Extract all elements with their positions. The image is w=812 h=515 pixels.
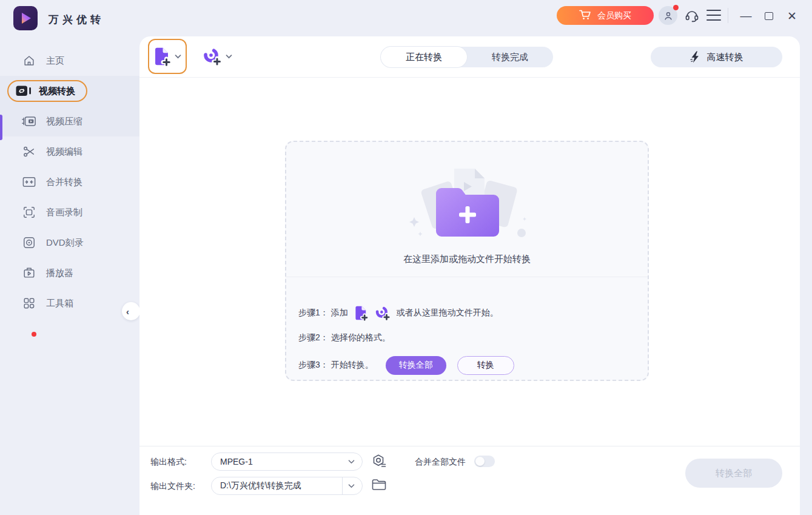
sidebar-item-dvd-burn[interactable]: DVD刻录 [0,227,139,258]
chevron-down-icon [226,55,232,59]
dropzone-divider [286,277,648,277]
step1-row: 步骤1： 添加 或者从这里拖动文件开始。 [298,301,498,325]
sidebar-item-label: 主页 [46,55,64,67]
sidebar-item-video-compress[interactable]: 视频压缩 [0,106,139,136]
minimize-button[interactable]: — [737,7,754,24]
step2-row: 步骤2： 选择你的格式。 [298,332,391,343]
video-convert-icon [16,85,32,97]
sidebar-item-label: 音画录制 [46,207,82,218]
scissors-icon [22,145,36,158]
output-folder-select[interactable]: D:\万兴优转\转换完成 [211,477,363,495]
app-logo-icon [13,6,38,30]
player-tv-icon [22,266,36,280]
sidebar-item-toolbox[interactable]: 工具箱 [0,288,139,318]
cart-icon [579,10,591,22]
notification-dot [673,5,679,10]
add-file-icon [153,46,172,67]
output-format-value: MPEG-1 [220,457,348,466]
convert-status-tabs: 正在转换 转换完成 [381,47,553,67]
add-dvd-icon[interactable] [375,305,391,321]
buy-membership-button[interactable]: 会员购买 [557,6,654,25]
add-file-icon[interactable] [354,305,369,321]
titlebar-separator [728,8,728,23]
buy-membership-label: 会员购买 [597,10,631,21]
tab-finished[interactable]: 转换完成 [467,47,553,67]
output-format-select[interactable]: MPEG-1 [211,453,363,471]
sidebar-item-label: 合并转换 [46,177,82,188]
active-indicator-bar [0,115,2,140]
sidebar-collapse-handle[interactable]: ‹ [122,302,140,320]
step3-text: 步骤3： 开始转换。 [298,360,374,371]
output-format-label: 输出格式: [150,457,187,468]
chevron-down-icon [175,55,181,59]
sidebar-item-label: 视频转换 [39,86,75,97]
convert-all-button[interactable]: 转换全部 [386,356,446,375]
sidebar-item-video-edit[interactable]: 视频编辑 [0,136,139,167]
convert-all-button-disabled[interactable]: 转换全部 [685,459,782,488]
sidebar-item-home[interactable]: 主页 [0,45,139,76]
close-button[interactable]: ✕ [783,7,800,24]
step1-suffix: 或者从这里拖动文件开始。 [397,308,498,318]
output-folder-value: D:\万兴优转\转换完成 [220,480,340,491]
add-dvd-icon [203,47,222,66]
screen-record-icon [22,206,36,219]
step3-row: 步骤3： 开始转换。 转换全部 转换 [298,355,514,375]
dropzone-hint-text: 在这里添加或拖动文件开始转换 [286,254,648,265]
output-settings-bar: 输出格式: MPEG-1 合并全部文件 输出文件夹: D:\万兴优转\转换完成 [139,446,800,515]
video-compress-icon [22,115,36,127]
collapse-chevron-icon: ‹ [126,306,129,317]
open-folder-icon[interactable] [371,477,387,494]
sidebar-item-label: DVD刻录 [46,237,84,249]
chevron-down-icon [348,460,355,464]
sidebar-item-label: 视频编辑 [46,146,82,158]
lightning-icon [690,51,700,63]
toggle-knob [475,457,485,466]
convert-button[interactable]: 转换 [457,356,514,375]
file-dropzone[interactable]: 在这里添加或拖动文件开始转换 步骤1： 添加 或者 [285,141,649,381]
output-folder-label: 输出文件夹: [150,481,195,492]
tab-converting[interactable]: 正在转换 [381,47,467,67]
toolbox-badge-dot [32,332,36,337]
titlebar: 万兴优转 会员购买 — ✕ [0,0,812,36]
format-settings-gear-icon[interactable] [371,453,388,472]
sidebar-item-label: 工具箱 [46,298,73,309]
home-icon [22,54,36,67]
sidebar-item-player[interactable]: 播放器 [0,258,139,288]
chevron-down-icon [348,484,355,488]
sidebar-item-merge-convert[interactable]: 合并转换 [0,167,139,197]
add-dvd-button[interactable] [196,41,238,72]
maximize-button[interactable] [760,7,777,24]
fast-convert-button[interactable]: 高速转换 [651,47,782,67]
support-headset-icon[interactable] [684,8,700,26]
fast-convert-label: 高速转换 [707,52,743,63]
sidebar-item-label: 视频压缩 [46,116,82,127]
hamburger-menu-icon[interactable] [706,10,721,21]
merge-icon [22,176,36,188]
sidebar-item-record[interactable]: 音画录制 [0,197,139,227]
select-divider [342,477,343,494]
add-files-illustration [398,159,538,250]
step1-prefix: 步骤1： 添加 [298,308,348,318]
merge-all-toggle[interactable] [474,456,495,467]
merge-all-label: 合并全部文件 [415,457,466,468]
sidebar-item-video-convert[interactable]: 视频转换 [0,76,139,106]
app-title: 万兴优转 [49,13,104,27]
add-file-button[interactable] [148,39,187,74]
toolbox-grid-icon [22,297,36,310]
sidebar: 主页 视频转换 视频压缩 [0,36,139,515]
convert-toolbar: 正在转换 转换完成 高速转换 [139,36,800,78]
main-panel: 正在转换 转换完成 高速转换 [139,36,800,515]
sidebar-item-label: 播放器 [46,268,73,279]
dvd-disc-icon [22,236,36,249]
